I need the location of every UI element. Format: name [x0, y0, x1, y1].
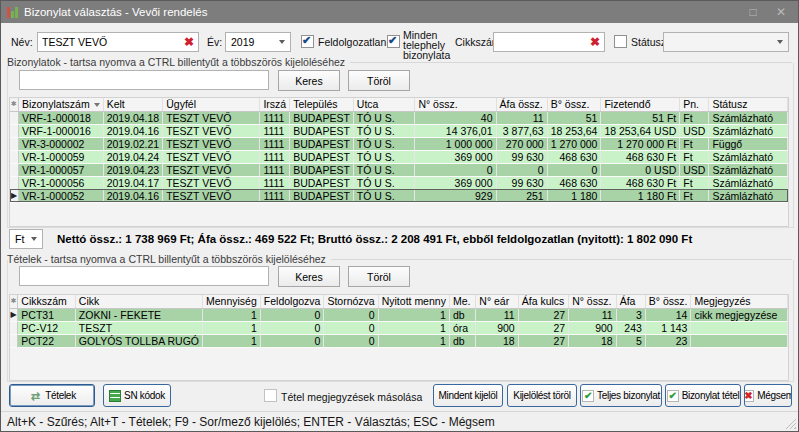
full-document-button[interactable]: ✔ Teljes bizonylat: [580, 384, 662, 407]
year-select[interactable]: 2019: [225, 32, 291, 52]
header-cell[interactable]: Cikkszám: [18, 295, 76, 308]
currency-select[interactable]: Ft: [9, 229, 43, 249]
header-cell[interactable]: Áfa: [616, 295, 645, 308]
header-cell[interactable]: N° össz.: [415, 98, 496, 111]
header-cell[interactable]: Ügyfél: [163, 98, 260, 111]
cell: 2019.04.16: [103, 189, 163, 202]
tetelek-button[interactable]: ⇄ Tételek: [9, 384, 95, 407]
all-sites-checkbox[interactable]: [387, 35, 400, 48]
cell: [691, 334, 788, 347]
table-row[interactable]: VR-1-0000572019.04.23TESZT VEVŐ1111BUDAP…: [10, 163, 788, 176]
header-cell[interactable]: Pn.: [680, 98, 709, 111]
close-button[interactable]: ✕: [770, 5, 792, 19]
header-cell[interactable]: Feldolgozva: [260, 295, 324, 308]
table-row[interactable]: VR-3-0000022019.02.21TESZT VEVŐ1111BUDAP…: [10, 137, 788, 150]
cell: 11: [476, 308, 518, 321]
cell: TÓ U S.: [353, 176, 415, 189]
items-search-input[interactable]: [19, 266, 269, 286]
table-row[interactable]: VR-1-0000562019.04.17TESZT VEVŐ1111BUDAP…: [10, 176, 788, 189]
cell: VR-1-000052: [18, 189, 103, 202]
resize-grip[interactable]: [784, 417, 796, 429]
cell: 14: [645, 308, 691, 321]
cell: GOLYÓS TOLLBA RUGÓ: [75, 334, 202, 347]
select-all-button[interactable]: Mindent kijelöl: [433, 384, 503, 407]
itemno-clear-icon[interactable]: ✖: [590, 36, 600, 48]
header-cell[interactable]: Fizetendő: [601, 98, 680, 111]
dialog-window: Bizonylat választás - Vevői rendelés □ ✕…: [0, 0, 799, 432]
cell: Ft: [680, 137, 709, 150]
header-cell[interactable]: Áfa kulcs: [518, 295, 568, 308]
cell: Ft: [680, 176, 709, 189]
header-cell[interactable]: Utca: [353, 98, 415, 111]
table-row[interactable]: VRF-1-0000182019.04.18TESZT VEVŐ1111BUDA…: [10, 111, 788, 124]
cell: BUDAPEST: [290, 124, 354, 137]
header-cell[interactable]: Nyitott menny: [378, 295, 449, 308]
cell: VR-1-000059: [18, 150, 103, 163]
table-row[interactable]: PC-V12TESZT1001óra900279002431 143: [10, 321, 788, 334]
cell: 0: [496, 163, 547, 176]
header-cell[interactable]: Státusz: [709, 98, 788, 111]
unprocessed-checkbox[interactable]: [301, 35, 314, 48]
cell: 1: [203, 334, 261, 347]
status-select[interactable]: [663, 32, 789, 52]
header-cell[interactable]: Mennyiség: [203, 295, 261, 308]
header-cell[interactable]: Irszá: [260, 98, 290, 111]
cell: db: [449, 308, 475, 321]
header-cell[interactable]: Me.: [449, 295, 475, 308]
header-cell[interactable]: Stornózva: [324, 295, 378, 308]
documents-search-input[interactable]: [19, 70, 269, 90]
documents-clear-button[interactable]: Töröl: [348, 70, 410, 91]
cell: óra: [449, 321, 475, 334]
cell: 27: [518, 308, 568, 321]
copy-notes-checkbox[interactable]: [264, 389, 277, 402]
row-pointer-cell: [10, 176, 18, 189]
cell: USD: [680, 163, 709, 176]
header-cell[interactable]: Megjegyzés: [691, 295, 788, 308]
status-checkbox[interactable]: [614, 35, 627, 48]
cell: Ft: [680, 150, 709, 163]
cell: 23: [645, 334, 691, 347]
cell: 0: [260, 334, 324, 347]
cell: PCT22: [18, 334, 76, 347]
cell: 1111: [260, 124, 290, 137]
header-cell[interactable]: Cikk: [75, 295, 202, 308]
header-cell[interactable]: Bizonylatszám: [18, 98, 103, 111]
transfer-icon: ⇄: [28, 390, 42, 402]
table-row[interactable]: VR-1-0000592019.04.24TESZT VEVŐ1111BUDAP…: [10, 150, 788, 163]
header-cell[interactable]: B° össz.: [645, 295, 691, 308]
maximize-button[interactable]: □: [742, 5, 764, 19]
table-row[interactable]: ▶PCT31ZOKNI - FEKETE1001db112711314cikk …: [10, 308, 788, 321]
cancel-button[interactable]: ✖ Mégsem: [744, 384, 792, 407]
shortcut-hints: Alt+K - Szűrés; Alt+T - Tételek; F9 - So…: [7, 415, 495, 429]
documents-grid: ✱BizonylatszámKeltÜgyfélIrszáTelepülésUt…: [9, 97, 789, 227]
items-clear-button[interactable]: Töröl: [348, 266, 410, 287]
name-clear-icon[interactable]: ✖: [184, 36, 194, 48]
chevron-down-icon: [31, 237, 37, 241]
sn-codes-button[interactable]: SN kódok: [103, 384, 171, 407]
cell: 0: [260, 321, 324, 334]
copy-notes-label: Tétel megjegyzések másolása: [281, 391, 422, 403]
header-cell[interactable]: Kelt: [103, 98, 163, 111]
itemno-input[interactable]: [493, 32, 605, 52]
document-item-button[interactable]: ✔ Bizonylat tétel: [665, 384, 741, 407]
header-cell[interactable]: N° eár: [476, 295, 518, 308]
unprocessed-label: Feldolgozatlan: [318, 36, 386, 48]
items-search-button[interactable]: Keres: [278, 266, 340, 287]
table-row[interactable]: VRF-1-0000162019.04.16TESZT VEVŐ1111BUDA…: [10, 124, 788, 137]
cell: Számlázható: [709, 176, 788, 189]
cell: VRF-1-000016: [18, 124, 103, 137]
table-row[interactable]: PCT22GOLYÓS TOLLBA RUGÓ1001db182718523: [10, 334, 788, 347]
header-cell[interactable]: B° össz.: [547, 98, 601, 111]
table-row[interactable]: ▶VR-1-0000522019.04.16TESZT VEVŐ1111BUDA…: [10, 189, 788, 202]
clear-selection-button[interactable]: Kijelölést töröl: [507, 384, 577, 407]
cell: 900: [476, 321, 518, 334]
dialog-body: Név: ✖ Év: 2019 Feldolgozatlan Minden te…: [1, 23, 798, 431]
chevron-down-icon: [279, 40, 285, 44]
header-cell[interactable]: Település: [290, 98, 354, 111]
documents-search-button[interactable]: Keres: [278, 70, 340, 91]
name-input[interactable]: [37, 32, 199, 52]
row-indicator-header: ✱: [10, 295, 18, 308]
cell: Számlázható: [709, 111, 788, 124]
header-cell[interactable]: N° össz.: [569, 295, 617, 308]
header-cell[interactable]: Áfa össz.: [496, 98, 547, 111]
